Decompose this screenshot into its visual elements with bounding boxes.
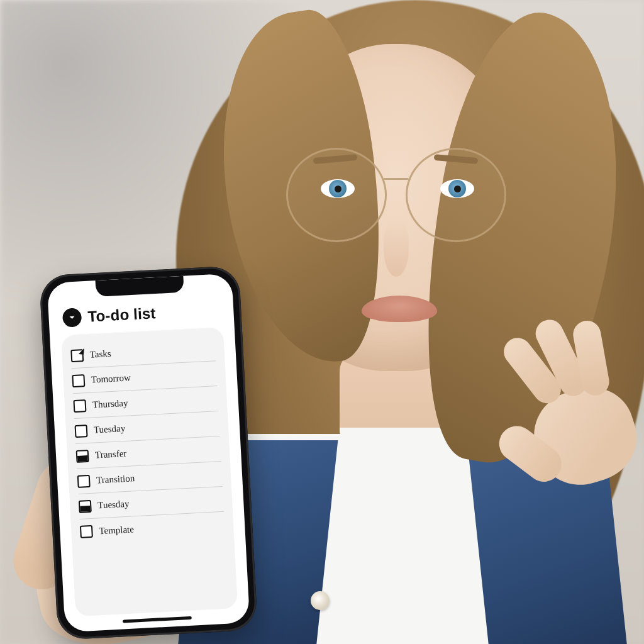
phone-device: To-do list Tasks Tomorrow Thursday: [39, 265, 258, 640]
checkbox-icon[interactable]: [79, 499, 92, 513]
todo-label: Tasks: [89, 348, 111, 360]
checkbox-icon[interactable]: [80, 525, 93, 538]
todo-list-card: Tasks Tomorrow Thursday Tuesday Transfer: [61, 327, 238, 617]
checkbox-icon[interactable]: [77, 474, 91, 487]
checkbox-icon[interactable]: [70, 349, 84, 362]
chevron-down-circle-icon[interactable]: [62, 308, 82, 328]
checkbox-icon[interactable]: [76, 449, 89, 462]
todo-app: To-do list Tasks Tomorrow Thursday: [47, 274, 250, 633]
checkbox-icon[interactable]: [72, 374, 85, 387]
checkbox-icon[interactable]: [73, 399, 86, 413]
checkbox-icon[interactable]: [75, 425, 88, 438]
phone-screen: To-do list Tasks Tomorrow Thursday: [47, 274, 250, 633]
app-title: To-do list: [87, 304, 157, 326]
todo-label: Transition: [96, 473, 135, 486]
todo-label: Tuesday: [97, 499, 130, 511]
todo-label: Tomorrow: [91, 372, 131, 385]
todo-label: Template: [99, 524, 134, 536]
todo-label: Thursday: [92, 398, 128, 411]
todo-label: Transfer: [95, 448, 127, 461]
todo-label: Tuesday: [94, 423, 126, 436]
